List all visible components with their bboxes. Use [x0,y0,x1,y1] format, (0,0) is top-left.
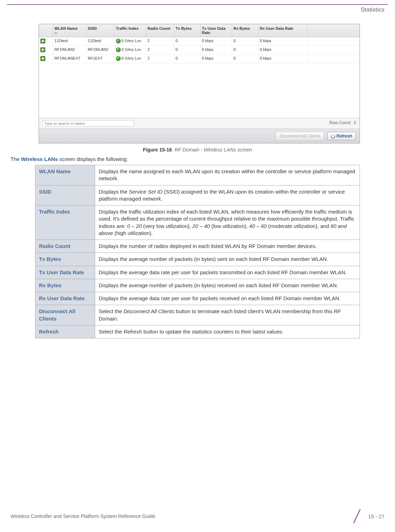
disconnect-all-clients-button[interactable]: Disconnect All Clients [276,132,324,140]
grid-footer: Row Count: 3 [39,118,360,129]
expand-icon[interactable] [40,39,45,43]
definition-row: WLAN NameDisplays the name assigned to e… [35,165,360,186]
col-tx-user-data-rate[interactable]: Tx User Data Rate [200,24,232,37]
definition-term: Refresh [35,325,95,338]
col-wlan-name[interactable]: WLAN Name⊙ [53,24,86,37]
definition-term: SSID [35,185,95,206]
col-ssid[interactable]: SSID [86,24,114,37]
definition-row: Tx BytesDisplays the average number of p… [35,253,360,266]
definition-desc: Displays the number of radios deployed i… [95,240,360,253]
definition-term: Tx User Data Rate [35,266,95,279]
footer-guide-title: Wireless Controller and Service Platform… [11,513,155,519]
col-traffic-index[interactable]: Traffic Index [114,24,146,37]
definition-row: Radio CountDisplays the number of radios… [35,240,360,253]
definition-row: Rx User Data RateDisplays the average da… [35,292,360,305]
status-ok-icon [116,39,121,43]
section-header: Statistics [0,6,395,13]
definition-term: Tx Bytes [35,253,95,266]
refresh-button[interactable]: Refresh [327,132,356,140]
definition-desc: Select the Refresh button to update the … [95,325,360,338]
expand-icon[interactable] [40,56,45,61]
col-rx-user-data-rate[interactable]: Rx User Data Rate [258,24,308,37]
grid-header-row: WLAN Name⊙ SSID Traffic Index Radio Coun… [39,24,360,37]
definition-term: WLAN Name [35,165,95,186]
status-ok-icon [116,47,121,52]
row-count-value: 3 [354,120,356,125]
figure-caption: Figure 15-16 RF Domain - Wireless LANs s… [0,147,395,153]
table-row[interactable]: RF1WLANEXT RF1EXT 0 (Very Lov 2 0 0 kbps… [39,55,360,63]
definition-desc: Displays the average number of packets (… [95,253,360,266]
row-count-label: Row Count: [329,120,351,125]
refresh-icon [331,134,335,139]
definition-row: RefreshSelect the Refresh button to upda… [35,325,360,338]
status-ok-icon [116,56,121,61]
footer-divider-icon [348,509,365,523]
definition-desc: Displays the name assigned to each WLAN … [95,165,360,186]
definition-row: Tx User Data RateDisplays the average da… [35,266,360,279]
col-radio-count[interactable]: Radio Count [146,24,174,37]
search-input[interactable] [42,120,134,127]
table-row[interactable]: 11Dtest 11Dtest 0 (Very Lov 2 0 0 kbps 0… [39,37,360,46]
definition-row: Traffic IndexDisplays the traffic utiliz… [35,206,360,240]
definition-desc: Displays the traffic utilization index o… [95,206,360,240]
intro-text: The Wireless LANs screen displays the fo… [11,156,384,162]
col-tx-bytes[interactable]: Tx Bytes [174,24,200,37]
definition-desc: Displays the average data rate per user … [95,266,360,279]
definition-desc: Displays the average data rate per user … [95,292,360,305]
page-number: 15 - 27 [368,513,384,519]
screenshot-panel: WLAN Name⊙ SSID Traffic Index Radio Coun… [39,24,360,143]
definition-row: SSIDDisplays the Service Set ID (SSID) a… [35,185,360,206]
button-bar: Disconnect All Clients Refresh [39,129,360,143]
definition-desc: Select the Disconnect All Clients button… [95,305,360,325]
page-footer: Wireless Controller and Service Platform… [0,509,395,523]
definition-term: Radio Count [35,240,95,253]
sort-indicator-icon: ⊙ [54,31,57,35]
definition-row: Rx BytesDisplays the average number of p… [35,279,360,292]
definitions-table: WLAN NameDisplays the name assigned to e… [35,165,360,338]
definition-desc: Displays the Service Set ID (SSID) assig… [95,185,360,206]
definition-term: Rx User Data Rate [35,292,95,305]
definition-term: Rx Bytes [35,279,95,292]
definition-desc: Displays the average number of packets (… [95,279,360,292]
definition-row: Disconnect All ClientsSelect the Disconn… [35,305,360,325]
expand-icon[interactable] [40,47,45,52]
definition-term: Traffic Index [35,206,95,240]
grid-body: 11Dtest 11Dtest 0 (Very Lov 2 0 0 kbps 0… [39,37,360,118]
col-rx-bytes[interactable]: Rx Bytes [232,24,258,37]
table-row[interactable]: RF1WLAN2 RF1WLAN2 0 (Very Lov 2 0 0 kbps… [39,46,360,55]
definition-term: Disconnect All Clients [35,305,95,325]
